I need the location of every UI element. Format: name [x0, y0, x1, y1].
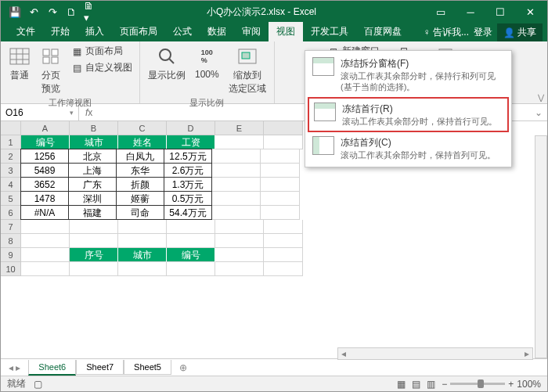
zoom-100-button[interactable]: 100%100%	[192, 44, 222, 81]
tab-data[interactable]: 数据	[200, 22, 234, 41]
sheet-tab[interactable]: Sheet5	[124, 360, 171, 375]
close-icon[interactable]: ✕	[516, 2, 544, 21]
col-header[interactable]	[264, 121, 303, 135]
col-header[interactable]: E	[215, 121, 264, 135]
row-header[interactable]: 6	[1, 206, 21, 220]
col-header[interactable]: B	[70, 121, 118, 135]
share-button[interactable]: 👤共享	[497, 23, 543, 41]
sheet-tab[interactable]: Sheet6	[28, 360, 76, 376]
view-layout-icon[interactable]: ▤	[412, 379, 420, 390]
cell[interactable]: 编号	[21, 135, 70, 149]
cell[interactable]: 姬蘅	[116, 191, 164, 206]
select-all-corner[interactable]	[1, 121, 21, 135]
view-normal-icon[interactable]: ▦	[397, 379, 406, 390]
cell[interactable]: 上海	[68, 163, 117, 178]
col-header[interactable]: D	[167, 121, 215, 135]
cell[interactable]: 工资	[167, 135, 215, 149]
cell[interactable]: 广东	[68, 177, 117, 192]
custom-view-button[interactable]: ▤自定义视图	[68, 60, 135, 75]
cell[interactable]: 54.4万元	[164, 205, 212, 220]
zoom-control[interactable]: − + 100%	[442, 379, 541, 390]
cell[interactable]: 折颜	[116, 177, 164, 192]
page-break-button[interactable]: 分页 预览	[37, 44, 65, 97]
row-header[interactable]: 7	[1, 220, 21, 234]
freeze-first-col-item[interactable]: 冻结首列(C)滚动工作表其余部分时，保持首列可见。	[308, 132, 509, 164]
tab-home[interactable]: 开始	[43, 22, 78, 41]
cell[interactable]	[215, 135, 264, 149]
ribbon-options-icon[interactable]: ▭	[427, 2, 455, 21]
cell[interactable]: 白凤九	[116, 149, 164, 164]
freeze-panes-item[interactable]: 冻结拆分窗格(F)滚动工作表其余部分时，保持行和列可见(基于当前的选择)。	[308, 53, 509, 97]
maximize-icon[interactable]: ☐	[486, 2, 514, 21]
zoom-button[interactable]: 显示比例	[145, 44, 189, 84]
col-header[interactable]: C	[118, 121, 167, 135]
row-header[interactable]: 3	[1, 164, 21, 178]
zoom-out-icon[interactable]: −	[442, 379, 447, 390]
login-button[interactable]: 登录	[474, 26, 492, 39]
ribbon-tabs: 文件 开始 插入 页面布局 公式 数据 审阅 视图 开发工具 百度网盘 ♀ 告诉…	[1, 23, 547, 41]
sheet-nav[interactable]: ◂ ▸	[9, 362, 28, 373]
cell[interactable]: 3652	[20, 177, 69, 192]
cell[interactable]: 5489	[20, 163, 69, 178]
tab-view[interactable]: 视图	[269, 22, 303, 41]
normal-view-button[interactable]: 普通	[5, 44, 34, 84]
redo-icon[interactable]: ↷	[46, 5, 59, 18]
row-header[interactable]: 1	[1, 135, 21, 149]
macro-record-icon[interactable]: ▢	[34, 379, 42, 390]
cell[interactable]: 1.3万元	[164, 177, 212, 192]
row-header[interactable]: 4	[1, 178, 21, 192]
col-header[interactable]: A	[21, 121, 70, 135]
cell[interactable]: 1478	[20, 191, 69, 206]
zoom-in-icon[interactable]: +	[508, 379, 514, 390]
row-header[interactable]: 2	[1, 149, 21, 164]
cell[interactable]: 2.6万元	[164, 163, 212, 178]
cell[interactable]: 司命	[116, 205, 164, 220]
qat-item-icon[interactable]: 🗋	[65, 5, 78, 18]
cell[interactable]: 姓名	[118, 135, 167, 149]
quick-access-toolbar: 💾 ↶ ↷ 🗋 🗎▾	[4, 5, 96, 18]
collapse-ribbon-icon[interactable]: ⋁	[538, 93, 544, 102]
cell[interactable]: #N/A	[20, 205, 69, 220]
cell[interactable]: 1256	[20, 149, 69, 164]
row-header[interactable]: 8	[1, 234, 21, 248]
tab-review[interactable]: 审阅	[234, 22, 269, 41]
cell[interactable]	[264, 135, 303, 149]
cell[interactable]: 深圳	[68, 191, 117, 206]
tell-me[interactable]: ♀ 告诉我...	[424, 26, 469, 39]
sheet-tab[interactable]: Sheet7	[76, 360, 124, 375]
save-icon[interactable]: 💾	[9, 5, 21, 18]
horizontal-scrollbar[interactable]: ◂▸	[337, 347, 533, 360]
zoom-level[interactable]: 100%	[517, 379, 541, 390]
cell[interactable]: 城市	[118, 248, 167, 262]
row-header[interactable]: 5	[1, 192, 21, 206]
undo-icon[interactable]: ↶	[27, 5, 40, 18]
row-header[interactable]: 10	[1, 262, 21, 276]
tab-formula[interactable]: 公式	[165, 22, 200, 41]
row-header[interactable]: 9	[1, 248, 21, 262]
tab-dev[interactable]: 开发工具	[303, 22, 356, 41]
minimize-icon[interactable]: ─	[456, 2, 485, 21]
tab-baidu[interactable]: 百度网盘	[356, 22, 409, 41]
window-controls: ▭ ─ ☐ ✕	[427, 2, 544, 21]
tab-file[interactable]: 文件	[9, 22, 43, 41]
zoom-selection-button[interactable]: 缩放到 选定区域	[225, 44, 269, 97]
zoom-slider[interactable]	[450, 383, 505, 385]
expand-bar-icon[interactable]: ⌄	[530, 107, 547, 118]
freeze-top-row-item[interactable]: 冻结首行(R)滚动工作表其余部分时，保持首行可见。	[308, 97, 509, 132]
status-text: 就绪	[7, 377, 26, 390]
cell[interactable]: 北京	[68, 149, 117, 164]
tab-insert[interactable]: 插入	[78, 22, 112, 41]
cell[interactable]: 12.5万元	[164, 149, 212, 164]
qat-item-icon[interactable]: 🗎▾	[84, 5, 96, 18]
cell[interactable]: 福建	[68, 205, 117, 220]
cell[interactable]: 东华	[116, 163, 164, 178]
page-layout-button[interactable]: ▦页面布局	[68, 44, 135, 59]
vertical-scrollbar[interactable]	[535, 135, 547, 358]
cell[interactable]: 城市	[70, 135, 118, 149]
add-sheet-button[interactable]: ⊕	[171, 362, 195, 373]
cell[interactable]: 0.5万元	[164, 191, 212, 206]
cell[interactable]: 编号	[167, 248, 215, 262]
tab-layout[interactable]: 页面布局	[112, 22, 165, 41]
cell[interactable]: 序号	[70, 248, 118, 262]
view-break-icon[interactable]: ▥	[427, 379, 435, 390]
